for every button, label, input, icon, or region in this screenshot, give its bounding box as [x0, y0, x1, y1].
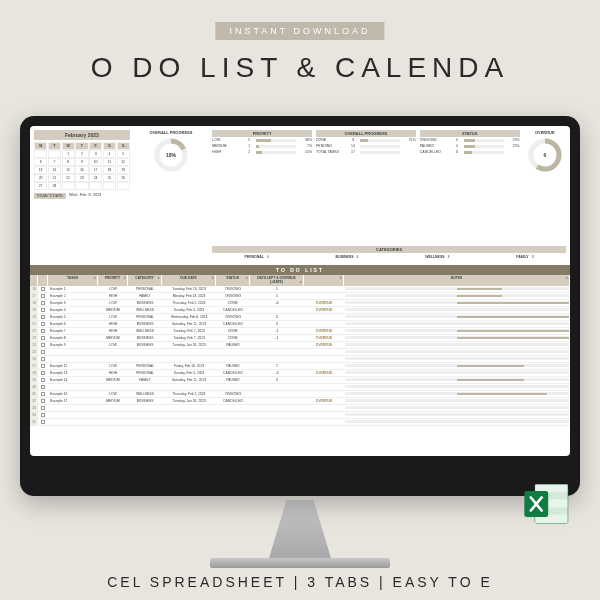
calendar-day[interactable]	[48, 150, 61, 158]
todo-table[interactable]: TASKSPRIORITYCATEGORYDUE DATESTATUSDAYS …	[30, 275, 570, 456]
checkbox-icon[interactable]	[41, 364, 45, 368]
calendar-day[interactable]	[75, 182, 88, 190]
checkbox-icon[interactable]	[41, 343, 45, 347]
calendar-day[interactable]: 11	[103, 158, 116, 166]
calendar-day[interactable]: 2	[75, 150, 88, 158]
calendar-day[interactable]: 12	[117, 158, 130, 166]
checkbox-icon[interactable]	[41, 420, 45, 424]
calendar-day[interactable]: 28	[48, 182, 61, 190]
calendar-day[interactable]	[117, 182, 130, 190]
table-row[interactable]: 28Example 13HIGHPERSONALSunday, Feb 5, 2…	[30, 370, 570, 377]
checkbox-icon[interactable]	[41, 392, 45, 396]
checkbox-icon[interactable]	[41, 329, 45, 333]
calendar-day[interactable]: 20	[34, 174, 47, 182]
table-row[interactable]: 22Example 7HIGHWELLNESSTuesday, Feb 7, 2…	[30, 328, 570, 335]
calendar-day[interactable]: 1	[62, 150, 75, 158]
checkbox-icon[interactable]	[41, 315, 45, 319]
checkbox-icon[interactable]	[41, 413, 45, 417]
table-row[interactable]: 29Example 14MEDIUMFAMILYSaturday, Feb 11…	[30, 377, 570, 384]
calendar-day[interactable]	[103, 182, 116, 190]
column-header[interactable]: DUE DATE	[162, 275, 216, 286]
table-row[interactable]: 23Example 8MEDIUMBUSINESSTuesday, Feb 7,…	[30, 335, 570, 342]
column-header[interactable]: PRIORITY	[98, 275, 128, 286]
calendar-day[interactable]: 15	[62, 166, 75, 174]
status-header: STATUS	[420, 130, 520, 137]
checkbox-icon[interactable]	[41, 294, 45, 298]
table-row[interactable]: 27Example 12LOWPERSONALFriday, Feb 10, 2…	[30, 363, 570, 370]
overall-progress-widget: OVERALL PROGRESS 18%	[134, 130, 208, 261]
table-row[interactable]: 26	[30, 356, 570, 363]
calendar-day[interactable]: 27	[34, 182, 47, 190]
checkbox-icon[interactable]	[41, 385, 45, 389]
overall-progress-value: 18%	[166, 152, 176, 158]
column-header[interactable]: NOTES	[344, 275, 570, 286]
calendar-day[interactable]: 10	[89, 158, 102, 166]
table-row[interactable]: 30	[30, 384, 570, 391]
table-row[interactable]: 21Example 6HIGHBUSINESSSaturday, Feb 11,…	[30, 321, 570, 328]
calendar-day[interactable]: 22	[62, 174, 75, 182]
checkbox-icon[interactable]	[41, 350, 45, 354]
calendar-widget[interactable]: February 2023 MTWTFSS1234567891011121314…	[34, 130, 130, 261]
calendar-day-header: T	[75, 142, 88, 150]
calendar-day[interactable]: 14	[48, 166, 61, 174]
instant-download-banner: INSTANT DOWNLOAD	[215, 22, 384, 40]
checkbox-icon[interactable]	[41, 378, 45, 382]
excel-icon	[520, 478, 572, 530]
calendar-day-header: W	[62, 142, 75, 150]
calendar-day[interactable]: 17	[89, 166, 102, 174]
table-row[interactable]: 19Example 4MEDIUMWELLNESSSunday, Feb 5, …	[30, 307, 570, 314]
calendar-day[interactable]: 5	[117, 150, 130, 158]
column-header[interactable]	[304, 275, 344, 286]
screen: February 2023 MTWTFSS1234567891011121314…	[30, 126, 570, 456]
calendar-day-header: F	[89, 142, 102, 150]
table-row[interactable]: 25	[30, 349, 570, 356]
checkbox-icon[interactable]	[41, 399, 45, 403]
calendar-day[interactable]: 3	[89, 150, 102, 158]
checkbox-icon[interactable]	[41, 406, 45, 410]
checkbox-icon[interactable]	[41, 371, 45, 375]
calendar-day[interactable]: 13	[34, 166, 47, 174]
column-header[interactable]: DAYS LEFT & OVERDUE (>DATE)	[250, 275, 304, 286]
table-row[interactable]: 20Example 5LOWPERSONALWednesday, Feb 8, …	[30, 314, 570, 321]
table-row[interactable]: 33	[30, 405, 570, 412]
progress-box: OVERALL PROGRESS DONE321%PENDING14TOTAL …	[316, 130, 416, 246]
column-header[interactable]	[38, 275, 48, 286]
calendar-day[interactable]: 4	[103, 150, 116, 158]
checkbox-icon[interactable]	[41, 322, 45, 326]
checkbox-icon[interactable]	[41, 336, 45, 340]
todo-list-header: TO DO LIST	[30, 265, 570, 275]
overdue-label: OVERDUE	[524, 130, 566, 135]
table-row[interactable]: 32Example 17MEDIUMBUSINESSTuesday, Jan 3…	[30, 398, 570, 405]
column-header[interactable]: STATUS	[216, 275, 250, 286]
table-row[interactable]: 17Example 2HIGHFAMILYMonday, Feb 13, 202…	[30, 293, 570, 300]
calendar-day[interactable]	[89, 182, 102, 190]
calendar-day[interactable]: 19	[117, 166, 130, 174]
calendar-day[interactable]: 6	[34, 158, 47, 166]
table-row[interactable]: 18Example 3LOWBUSINESSThursday, Feb 2, 2…	[30, 300, 570, 307]
overall-progress-label: OVERALL PROGRESS	[134, 130, 208, 135]
table-row[interactable]: 35	[30, 419, 570, 426]
column-header[interactable]: TASKS	[48, 275, 98, 286]
calendar-day[interactable]: 24	[89, 174, 102, 182]
checkbox-icon[interactable]	[41, 301, 45, 305]
checkbox-icon[interactable]	[41, 287, 45, 291]
table-row[interactable]: 34	[30, 412, 570, 419]
column-header[interactable]: CATEGORY	[128, 275, 162, 286]
calendar-day[interactable]: 16	[75, 166, 88, 174]
calendar-day[interactable]: 21	[48, 174, 61, 182]
calendar-day[interactable]: 7	[48, 158, 61, 166]
calendar-day[interactable]: 8	[62, 158, 75, 166]
checkbox-icon[interactable]	[41, 308, 45, 312]
calendar-day[interactable]: 9	[75, 158, 88, 166]
table-row[interactable]: 24Example 9LOWBUSINESSTuesday, Jan 31, 2…	[30, 342, 570, 349]
calendar-day[interactable]: 23	[75, 174, 88, 182]
checkbox-icon[interactable]	[41, 357, 45, 361]
calendar-day[interactable]	[34, 150, 47, 158]
column-header[interactable]	[30, 275, 38, 286]
table-row[interactable]: 16Example 1LOWPERSONALTuesday, Feb 13, 2…	[30, 286, 570, 293]
calendar-day[interactable]	[62, 182, 75, 190]
calendar-day[interactable]: 26	[117, 174, 130, 182]
calendar-day[interactable]: 18	[103, 166, 116, 174]
table-row[interactable]: 31Example 16LOWWELLNESSThursday, Feb 2, …	[30, 391, 570, 398]
calendar-day[interactable]: 25	[103, 174, 116, 182]
